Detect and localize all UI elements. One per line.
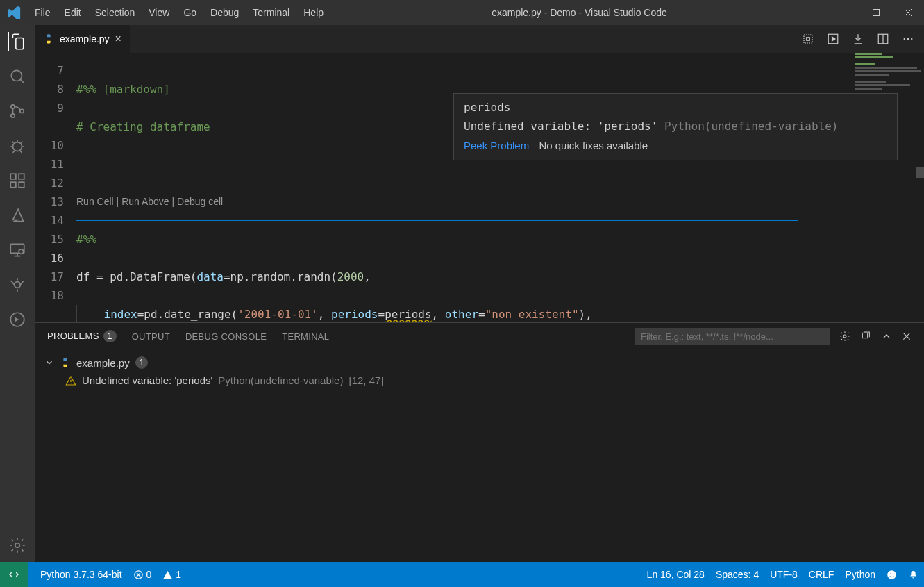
show-variables-icon[interactable] — [802, 33, 814, 45]
status-warnings[interactable]: 1 — [157, 569, 187, 580]
peek-problem-link[interactable]: Peek Problem — [464, 140, 529, 151]
line-number: 15 — [35, 230, 64, 249]
status-errors[interactable]: 0 — [128, 569, 158, 580]
line-number: 13 — [35, 192, 64, 211]
tab-example-py[interactable]: example.py × — [35, 25, 131, 53]
code-text: # Creating dataframe — [76, 120, 210, 133]
close-button[interactable] — [892, 0, 924, 25]
svg-point-6 — [13, 142, 22, 151]
menu-file[interactable]: File — [28, 7, 58, 18]
remote-explorer-icon[interactable] — [8, 240, 27, 260]
svg-rect-24 — [862, 333, 867, 338]
tab-problems[interactable]: PROBLEMS 1 — [47, 323, 117, 349]
maximize-button[interactable] — [860, 0, 892, 25]
codelens-run-cell[interactable]: Run Cell — [76, 192, 114, 211]
menu-debug[interactable]: Debug — [203, 7, 246, 18]
svg-rect-9 — [19, 182, 24, 188]
svg-rect-10 — [19, 174, 24, 179]
status-encoding[interactable]: UTF-8 — [764, 569, 803, 580]
svg-point-28 — [893, 573, 894, 574]
extensions-icon[interactable] — [8, 171, 27, 190]
problems-filter-input[interactable] — [635, 328, 830, 345]
jupyter-icon[interactable] — [8, 310, 27, 329]
tab-output[interactable]: OUTPUT — [132, 323, 170, 349]
line-number: 14 — [35, 211, 64, 230]
more-actions-icon[interactable] — [902, 33, 914, 45]
status-language[interactable]: Python — [839, 569, 881, 580]
svg-point-20 — [904, 38, 905, 40]
explorer-icon[interactable] — [8, 32, 27, 51]
collapse-all-icon[interactable] — [860, 331, 871, 342]
azure-icon[interactable] — [8, 206, 27, 225]
minimap-content — [855, 53, 924, 94]
chevron-down-icon[interactable] — [44, 358, 54, 367]
hover-message: Undefined variable: 'periods' Python(und… — [464, 119, 887, 133]
menu-bar: File Edit Selection View Go Debug Termin… — [28, 7, 330, 18]
svg-point-21 — [907, 38, 909, 40]
menu-view[interactable]: View — [142, 7, 176, 18]
status-indentation[interactable]: Spaces: 4 — [710, 569, 764, 580]
remote-indicator[interactable] — [0, 562, 28, 587]
tab-debug-console[interactable]: DEBUG CONSOLE — [185, 323, 267, 349]
status-python-version[interactable]: Python 3.7.3 64-bit — [35, 569, 128, 580]
svg-point-2 — [11, 70, 22, 81]
menu-terminal[interactable]: Terminal — [246, 7, 296, 18]
file-problem-count-badge: 1 — [135, 356, 149, 369]
status-cursor-position[interactable]: Ln 16, Col 28 — [641, 569, 710, 580]
problems-list: example.py 1 Undefined variable: 'period… — [35, 349, 924, 562]
tab-terminal[interactable]: TERMINAL — [282, 323, 329, 349]
svg-rect-8 — [10, 182, 16, 188]
codelens-run-above[interactable]: Run Above — [121, 192, 169, 211]
hover-title: periods — [464, 101, 887, 114]
split-editor-icon[interactable] — [877, 33, 889, 45]
panel-close-icon[interactable] — [902, 331, 912, 341]
svg-rect-7 — [10, 174, 16, 179]
status-eol[interactable]: CRLF — [803, 569, 840, 580]
problem-message: Undefined variable: 'periods' — [82, 374, 212, 386]
debug-icon[interactable] — [8, 136, 27, 156]
svg-point-15 — [15, 543, 20, 548]
svg-rect-16 — [804, 35, 812, 43]
search-icon[interactable] — [8, 67, 27, 86]
line-number: 10 — [35, 136, 64, 155]
menu-go[interactable]: Go — [176, 7, 203, 18]
panel-tabbar: PROBLEMS 1 OUTPUT DEBUG CONSOLE TERMINAL — [35, 323, 924, 349]
svg-point-27 — [890, 573, 891, 574]
export-icon[interactable] — [852, 33, 864, 45]
menu-edit[interactable]: Edit — [58, 7, 88, 18]
code-text: #%% [markdown] — [76, 83, 170, 96]
problem-source: Python(undefined-variable) — [218, 374, 343, 386]
line-number: 8 — [35, 80, 64, 99]
panel-chevron-up-icon[interactable] — [881, 331, 892, 342]
problem-location: [12, 47] — [348, 374, 383, 386]
svg-rect-17 — [807, 38, 810, 41]
warning-squiggle[interactable]: periods — [385, 308, 431, 321]
line-number: 11 — [35, 155, 64, 174]
menu-selection[interactable]: Selection — [88, 7, 142, 18]
svg-rect-1 — [873, 10, 880, 16]
codelens-debug-cell[interactable]: Debug cell — [177, 192, 223, 211]
code-editor[interactable]: 7 8 9 10 11 12 13 14 15 16 17 18 19 #%% … — [35, 53, 924, 322]
settings-gear-icon[interactable] — [8, 536, 27, 555]
run-cell-icon[interactable] — [827, 33, 839, 45]
python-file-icon — [43, 33, 54, 44]
gitlens-icon[interactable] — [8, 275, 27, 295]
statusbar: Python 3.7.3 64-bit 0 1 Ln 16, Col 28 Sp… — [0, 562, 924, 587]
activity-bar — [0, 25, 35, 562]
filter-settings-icon[interactable] — [839, 331, 850, 342]
titlebar: File Edit Selection View Go Debug Termin… — [0, 0, 924, 25]
code-text: #%% — [76, 233, 96, 246]
source-control-icon[interactable] — [8, 101, 27, 121]
svg-point-3 — [11, 105, 15, 108]
window-title: example.py - Demo - Visual Studio Code — [330, 7, 828, 18]
problems-count-badge: 1 — [103, 330, 117, 342]
minimize-button[interactable] — [828, 0, 860, 25]
warning-icon — [65, 375, 76, 386]
status-feedback-icon[interactable] — [881, 569, 902, 580]
status-notifications-icon[interactable] — [902, 569, 924, 580]
problem-item[interactable]: Undefined variable: 'periods' Python(und… — [44, 372, 914, 389]
close-tab-icon[interactable]: × — [115, 33, 121, 45]
editor-tabbar: example.py × — [35, 25, 924, 53]
problem-file-row[interactable]: example.py 1 — [44, 354, 914, 372]
menu-help[interactable]: Help — [296, 7, 330, 18]
